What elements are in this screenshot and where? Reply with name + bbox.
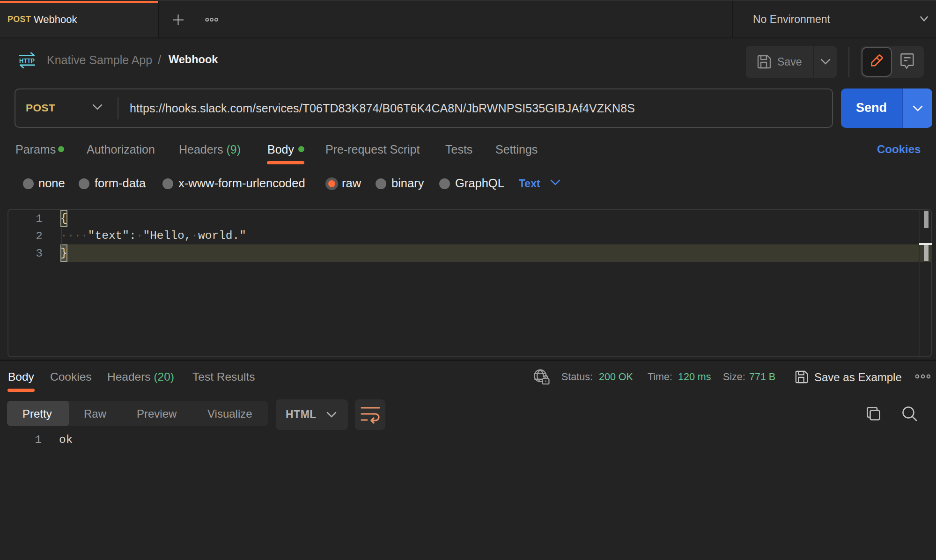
- svg-text:HTTP: HTTP: [19, 57, 35, 64]
